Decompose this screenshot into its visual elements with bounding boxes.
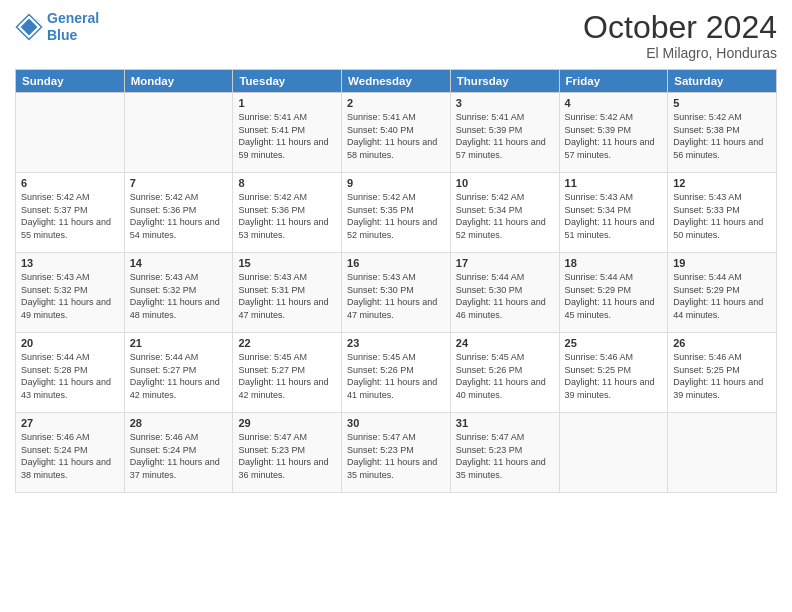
weekday-header: Saturday [668, 70, 777, 93]
calendar-cell: 8Sunrise: 5:42 AMSunset: 5:36 PMDaylight… [233, 173, 342, 253]
cell-details: Sunrise: 5:46 AMSunset: 5:24 PMDaylight:… [130, 431, 228, 481]
day-number: 26 [673, 337, 771, 349]
header: General Blue October 2024 El Milagro, Ho… [15, 10, 777, 61]
cell-details: Sunrise: 5:47 AMSunset: 5:23 PMDaylight:… [347, 431, 445, 481]
day-number: 28 [130, 417, 228, 429]
calendar-week-row: 27Sunrise: 5:46 AMSunset: 5:24 PMDayligh… [16, 413, 777, 493]
calendar-cell: 9Sunrise: 5:42 AMSunset: 5:35 PMDaylight… [342, 173, 451, 253]
cell-details: Sunrise: 5:45 AMSunset: 5:26 PMDaylight:… [456, 351, 554, 401]
cell-details: Sunrise: 5:42 AMSunset: 5:34 PMDaylight:… [456, 191, 554, 241]
calendar-cell [16, 93, 125, 173]
day-number: 11 [565, 177, 663, 189]
calendar-cell: 2Sunrise: 5:41 AMSunset: 5:40 PMDaylight… [342, 93, 451, 173]
calendar-cell [668, 413, 777, 493]
calendar-week-row: 13Sunrise: 5:43 AMSunset: 5:32 PMDayligh… [16, 253, 777, 333]
calendar-cell: 28Sunrise: 5:46 AMSunset: 5:24 PMDayligh… [124, 413, 233, 493]
calendar-cell [559, 413, 668, 493]
day-number: 16 [347, 257, 445, 269]
day-number: 27 [21, 417, 119, 429]
calendar-cell: 1Sunrise: 5:41 AMSunset: 5:41 PMDaylight… [233, 93, 342, 173]
cell-details: Sunrise: 5:42 AMSunset: 5:38 PMDaylight:… [673, 111, 771, 161]
page: General Blue October 2024 El Milagro, Ho… [0, 0, 792, 612]
cell-details: Sunrise: 5:44 AMSunset: 5:29 PMDaylight:… [565, 271, 663, 321]
day-number: 5 [673, 97, 771, 109]
cell-details: Sunrise: 5:43 AMSunset: 5:30 PMDaylight:… [347, 271, 445, 321]
calendar-cell: 20Sunrise: 5:44 AMSunset: 5:28 PMDayligh… [16, 333, 125, 413]
title-area: October 2024 El Milagro, Honduras [583, 10, 777, 61]
day-number: 6 [21, 177, 119, 189]
day-number: 20 [21, 337, 119, 349]
day-number: 2 [347, 97, 445, 109]
calendar-cell: 25Sunrise: 5:46 AMSunset: 5:25 PMDayligh… [559, 333, 668, 413]
location: El Milagro, Honduras [583, 45, 777, 61]
day-number: 17 [456, 257, 554, 269]
calendar-cell: 12Sunrise: 5:43 AMSunset: 5:33 PMDayligh… [668, 173, 777, 253]
logo: General Blue [15, 10, 99, 44]
calendar-cell: 10Sunrise: 5:42 AMSunset: 5:34 PMDayligh… [450, 173, 559, 253]
calendar-cell [124, 93, 233, 173]
calendar-cell: 4Sunrise: 5:42 AMSunset: 5:39 PMDaylight… [559, 93, 668, 173]
day-number: 7 [130, 177, 228, 189]
month-title: October 2024 [583, 10, 777, 45]
day-number: 4 [565, 97, 663, 109]
cell-details: Sunrise: 5:42 AMSunset: 5:36 PMDaylight:… [130, 191, 228, 241]
day-number: 29 [238, 417, 336, 429]
calendar-cell: 14Sunrise: 5:43 AMSunset: 5:32 PMDayligh… [124, 253, 233, 333]
cell-details: Sunrise: 5:43 AMSunset: 5:33 PMDaylight:… [673, 191, 771, 241]
weekday-header: Monday [124, 70, 233, 93]
cell-details: Sunrise: 5:44 AMSunset: 5:30 PMDaylight:… [456, 271, 554, 321]
cell-details: Sunrise: 5:44 AMSunset: 5:28 PMDaylight:… [21, 351, 119, 401]
day-number: 15 [238, 257, 336, 269]
cell-details: Sunrise: 5:43 AMSunset: 5:34 PMDaylight:… [565, 191, 663, 241]
cell-details: Sunrise: 5:47 AMSunset: 5:23 PMDaylight:… [456, 431, 554, 481]
calendar-cell: 18Sunrise: 5:44 AMSunset: 5:29 PMDayligh… [559, 253, 668, 333]
day-number: 25 [565, 337, 663, 349]
calendar-cell: 11Sunrise: 5:43 AMSunset: 5:34 PMDayligh… [559, 173, 668, 253]
day-number: 12 [673, 177, 771, 189]
cell-details: Sunrise: 5:42 AMSunset: 5:37 PMDaylight:… [21, 191, 119, 241]
day-number: 9 [347, 177, 445, 189]
cell-details: Sunrise: 5:41 AMSunset: 5:39 PMDaylight:… [456, 111, 554, 161]
day-number: 1 [238, 97, 336, 109]
day-number: 24 [456, 337, 554, 349]
day-number: 18 [565, 257, 663, 269]
cell-details: Sunrise: 5:47 AMSunset: 5:23 PMDaylight:… [238, 431, 336, 481]
calendar-cell: 24Sunrise: 5:45 AMSunset: 5:26 PMDayligh… [450, 333, 559, 413]
calendar-week-row: 6Sunrise: 5:42 AMSunset: 5:37 PMDaylight… [16, 173, 777, 253]
calendar-week-row: 1Sunrise: 5:41 AMSunset: 5:41 PMDaylight… [16, 93, 777, 173]
calendar-cell: 30Sunrise: 5:47 AMSunset: 5:23 PMDayligh… [342, 413, 451, 493]
cell-details: Sunrise: 5:42 AMSunset: 5:35 PMDaylight:… [347, 191, 445, 241]
calendar-cell: 31Sunrise: 5:47 AMSunset: 5:23 PMDayligh… [450, 413, 559, 493]
calendar-cell: 6Sunrise: 5:42 AMSunset: 5:37 PMDaylight… [16, 173, 125, 253]
cell-details: Sunrise: 5:41 AMSunset: 5:41 PMDaylight:… [238, 111, 336, 161]
calendar-cell: 22Sunrise: 5:45 AMSunset: 5:27 PMDayligh… [233, 333, 342, 413]
day-number: 23 [347, 337, 445, 349]
cell-details: Sunrise: 5:42 AMSunset: 5:39 PMDaylight:… [565, 111, 663, 161]
day-number: 13 [21, 257, 119, 269]
day-number: 3 [456, 97, 554, 109]
cell-details: Sunrise: 5:43 AMSunset: 5:31 PMDaylight:… [238, 271, 336, 321]
cell-details: Sunrise: 5:42 AMSunset: 5:36 PMDaylight:… [238, 191, 336, 241]
day-number: 8 [238, 177, 336, 189]
cell-details: Sunrise: 5:44 AMSunset: 5:27 PMDaylight:… [130, 351, 228, 401]
weekday-header: Thursday [450, 70, 559, 93]
cell-details: Sunrise: 5:44 AMSunset: 5:29 PMDaylight:… [673, 271, 771, 321]
calendar-cell: 17Sunrise: 5:44 AMSunset: 5:30 PMDayligh… [450, 253, 559, 333]
calendar-week-row: 20Sunrise: 5:44 AMSunset: 5:28 PMDayligh… [16, 333, 777, 413]
calendar-table: SundayMondayTuesdayWednesdayThursdayFrid… [15, 69, 777, 493]
cell-details: Sunrise: 5:46 AMSunset: 5:24 PMDaylight:… [21, 431, 119, 481]
calendar-cell: 16Sunrise: 5:43 AMSunset: 5:30 PMDayligh… [342, 253, 451, 333]
day-number: 22 [238, 337, 336, 349]
cell-details: Sunrise: 5:45 AMSunset: 5:26 PMDaylight:… [347, 351, 445, 401]
calendar-cell: 13Sunrise: 5:43 AMSunset: 5:32 PMDayligh… [16, 253, 125, 333]
weekday-header: Friday [559, 70, 668, 93]
cell-details: Sunrise: 5:43 AMSunset: 5:32 PMDaylight:… [21, 271, 119, 321]
calendar-cell: 5Sunrise: 5:42 AMSunset: 5:38 PMDaylight… [668, 93, 777, 173]
calendar-cell: 21Sunrise: 5:44 AMSunset: 5:27 PMDayligh… [124, 333, 233, 413]
cell-details: Sunrise: 5:46 AMSunset: 5:25 PMDaylight:… [565, 351, 663, 401]
day-number: 30 [347, 417, 445, 429]
calendar-cell: 7Sunrise: 5:42 AMSunset: 5:36 PMDaylight… [124, 173, 233, 253]
calendar-cell: 27Sunrise: 5:46 AMSunset: 5:24 PMDayligh… [16, 413, 125, 493]
weekday-header: Wednesday [342, 70, 451, 93]
calendar-cell: 19Sunrise: 5:44 AMSunset: 5:29 PMDayligh… [668, 253, 777, 333]
